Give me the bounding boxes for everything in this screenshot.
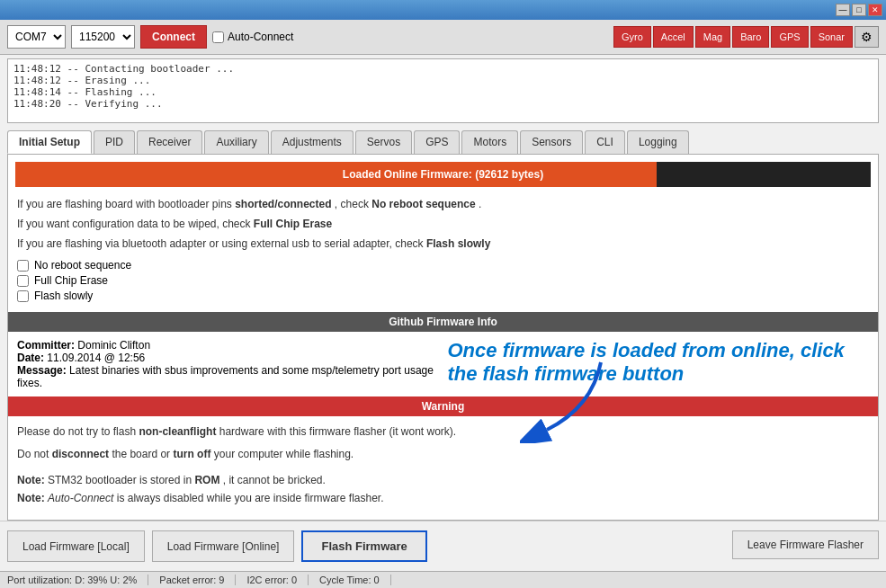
full-chip-erase-checkbox[interactable]: [17, 275, 29, 287]
info-text: If you are flashing board with bootloade…: [8, 187, 878, 257]
github-info-section: Committer: Dominic Clifton Date: 11.09.2…: [8, 332, 878, 396]
load-local-button[interactable]: Load Firmware [Local]: [7, 530, 145, 562]
tab-auxiliary[interactable]: Auxiliary: [204, 130, 268, 154]
auto-connect-label[interactable]: Auto-Connect: [212, 31, 293, 43]
tab-receiver[interactable]: Receiver: [137, 130, 202, 154]
load-online-button[interactable]: Load Firmware [Online]: [152, 530, 295, 562]
i2c-error: I2C error: 0: [236, 575, 309, 585]
port-utilization: Port utilization: D: 39% U: 2%: [7, 575, 148, 585]
mag-btn[interactable]: Mag: [695, 26, 730, 48]
auto-connect-checkbox[interactable]: [212, 31, 224, 43]
firmware-progress-bar-container: Loaded Online Firmware: (92612 bytes): [15, 162, 871, 187]
tab-cli[interactable]: CLI: [585, 130, 625, 154]
warning-header: Warning: [8, 396, 878, 416]
checkbox-no-reboot[interactable]: No reboot sequence: [17, 259, 869, 272]
tabs-bar: Initial Setup PID Receiver Auxiliary Adj…: [0, 127, 886, 154]
firmware-flasher-content: Loaded Online Firmware: (92612 bytes) If…: [8, 155, 878, 520]
close-button[interactable]: ✕: [868, 4, 882, 16]
bottom-buttons: Load Firmware [Local] Load Firmware [Onl…: [0, 521, 886, 571]
log-area: 11:48:12 -- Contacting bootloader ... 11…: [7, 58, 879, 123]
log-line: 11:48:12 -- Contacting bootloader ...: [13, 63, 873, 75]
baro-btn[interactable]: Baro: [732, 26, 769, 48]
info-line-2: If you want configuration data to be wip…: [17, 216, 869, 232]
annotation-text: Once firmware is loaded from online, cli…: [448, 339, 870, 387]
log-line: 11:48:12 -- Erasing ...: [13, 75, 873, 86]
tab-initial-setup[interactable]: Initial Setup: [7, 130, 92, 154]
sonar-btn[interactable]: Sonar: [810, 26, 853, 48]
port-select[interactable]: COM7 COM1: [7, 25, 66, 49]
baud-select[interactable]: 115200 57600: [71, 25, 135, 49]
tab-gps[interactable]: GPS: [414, 130, 460, 154]
checkbox-group: No reboot sequence Full Chip Erase Flash…: [8, 257, 878, 312]
right-buttons: Leave Firmware Flasher: [732, 530, 879, 562]
info-line-3: If you are flashing via bluetooth adapte…: [17, 236, 869, 252]
gyro-btn[interactable]: Gyro: [613, 26, 651, 48]
status-bar: Port utilization: D: 39% U: 2% Packet er…: [0, 571, 886, 588]
tab-adjustments[interactable]: Adjustments: [271, 130, 354, 154]
log-line: 11:48:20 -- Verifying ...: [13, 98, 873, 110]
accel-btn[interactable]: Accel: [653, 26, 694, 48]
tab-motors[interactable]: Motors: [461, 130, 518, 154]
sensor-buttons: Gyro Accel Mag Baro GPS Sonar ⚙: [613, 26, 879, 48]
flash-slowly-checkbox[interactable]: [17, 290, 29, 302]
tab-sensors[interactable]: Sensors: [520, 130, 583, 154]
window-controls[interactable]: — □ ✕: [836, 4, 882, 16]
tab-servos[interactable]: Servos: [355, 130, 412, 154]
tab-pid[interactable]: PID: [94, 130, 135, 154]
github-info-text: Committer: Dominic Clifton Date: 11.09.2…: [17, 339, 439, 389]
checkbox-flash-slowly[interactable]: Flash slowly: [17, 290, 869, 302]
cycle-time: Cycle Time: 0: [309, 575, 391, 585]
no-reboot-checkbox[interactable]: [17, 260, 29, 272]
info-line-1: If you are flashing board with bootloade…: [17, 196, 869, 212]
maximize-button[interactable]: □: [852, 4, 866, 16]
packet-error: Packet error: 9: [148, 575, 236, 585]
log-line: 11:48:14 -- Flashing ...: [13, 86, 873, 98]
flash-firmware-button[interactable]: Flash Firmware: [301, 530, 426, 562]
github-info-header: Github Firmware Info: [8, 312, 878, 332]
connect-button[interactable]: Connect: [140, 25, 207, 49]
leave-flasher-button[interactable]: Leave Firmware Flasher: [732, 530, 879, 559]
bottom-left-buttons: Load Firmware [Local] Load Firmware [Onl…: [7, 530, 427, 562]
settings-button[interactable]: ⚙: [855, 26, 879, 48]
annotation-area: Once firmware is loaded from online, cli…: [448, 339, 870, 389]
content-area: Loaded Online Firmware: (92612 bytes) If…: [7, 154, 879, 521]
title-bar: — □ ✕: [0, 0, 886, 20]
gps-btn[interactable]: GPS: [771, 26, 808, 48]
auto-connect-text: Auto-Connect: [228, 31, 293, 43]
firmware-progress-label: Loaded Online Firmware: (92612 bytes): [15, 162, 871, 187]
warning-text: Please do not try to flash non-cleanflig…: [8, 416, 878, 520]
main-container: COM7 COM1 115200 57600 Connect Auto-Conn…: [0, 20, 886, 588]
checkbox-full-chip-erase[interactable]: Full Chip Erase: [17, 274, 869, 287]
minimize-button[interactable]: —: [836, 4, 850, 16]
tab-logging[interactable]: Logging: [627, 130, 689, 154]
toolbar: COM7 COM1 115200 57600 Connect Auto-Conn…: [0, 20, 886, 55]
